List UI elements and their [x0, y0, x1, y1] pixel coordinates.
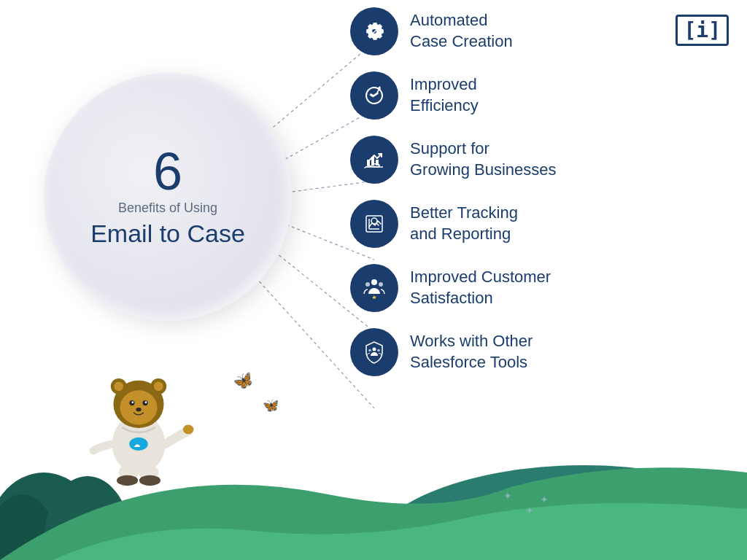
svg-point-40 — [131, 401, 133, 403]
butterfly-1: 🦋 — [231, 369, 255, 394]
gear-check-icon — [361, 18, 387, 44]
svg-point-42 — [136, 408, 141, 411]
shield-check-icon — [361, 339, 387, 365]
benefit-icon-growing — [350, 136, 398, 184]
center-circle: 6 Benefits of Using Email to Case — [44, 73, 292, 321]
benefit-text-automated: Automated Case Creation — [410, 10, 513, 52]
benefit-text-growing: Support for Growing Businesses — [410, 139, 557, 180]
benefit-icon-efficiency — [350, 71, 398, 120]
customer-icon — [361, 275, 387, 301]
svg-point-37 — [120, 390, 158, 424]
growing-icon — [361, 147, 387, 173]
logo: [i] — [676, 15, 729, 46]
benefit-item-tracking: Better Tracking and Reporting — [350, 200, 715, 248]
svg-point-36 — [154, 381, 163, 391]
benefits-area: Automated Case Creation Improved Efficie… — [350, 7, 715, 392]
svg-point-16 — [377, 349, 380, 352]
benefit-item-tools: Works with Other Salesforce Tools — [350, 328, 715, 376]
svg-point-41 — [145, 401, 147, 403]
svg-text:☁: ☁ — [133, 441, 140, 448]
benefit-text-tools: Works with Other Salesforce Tools — [410, 331, 533, 373]
svg-point-49 — [139, 475, 160, 486]
svg-point-35 — [114, 381, 123, 391]
svg-point-45 — [183, 425, 194, 435]
benefit-text-customer: Improved Customer Satisfaction — [410, 267, 551, 308]
benefit-icon-customer — [350, 264, 398, 312]
benefit-item-customer: Improved Customer Satisfaction — [350, 264, 715, 312]
circle-subtitle: Benefits of Using — [118, 201, 217, 216]
benefit-icon-tracking — [350, 200, 398, 248]
benefit-icon-tools — [350, 328, 398, 376]
svg-point-11 — [371, 279, 377, 285]
circle-title: Email to Case — [90, 219, 245, 249]
circle-number: 6 — [153, 145, 182, 198]
benefit-item-automated: Automated Case Creation — [350, 7, 715, 55]
benefit-text-efficiency: Improved Efficiency — [410, 74, 479, 116]
butterfly-2: 🦋 — [263, 397, 279, 413]
svg-point-12 — [365, 282, 370, 287]
benefit-icon-automated — [350, 7, 398, 55]
sparkle-1: ✦ — [503, 490, 512, 502]
tracking-icon — [361, 211, 387, 237]
sparkle-2: ✦ — [525, 505, 534, 516]
svg-point-13 — [379, 282, 383, 287]
sparkle-3: ✦ — [540, 494, 549, 505]
svg-point-14 — [373, 348, 376, 351]
astro-mascot: ☁ — [80, 341, 197, 487]
efficiency-icon — [361, 82, 387, 109]
svg-point-48 — [117, 475, 138, 486]
svg-point-15 — [368, 349, 371, 352]
benefit-item-growing: Support for Growing Businesses — [350, 136, 715, 184]
benefit-item-efficiency: Improved Efficiency — [350, 71, 715, 120]
benefit-text-tracking: Better Tracking and Reporting — [410, 203, 518, 244]
